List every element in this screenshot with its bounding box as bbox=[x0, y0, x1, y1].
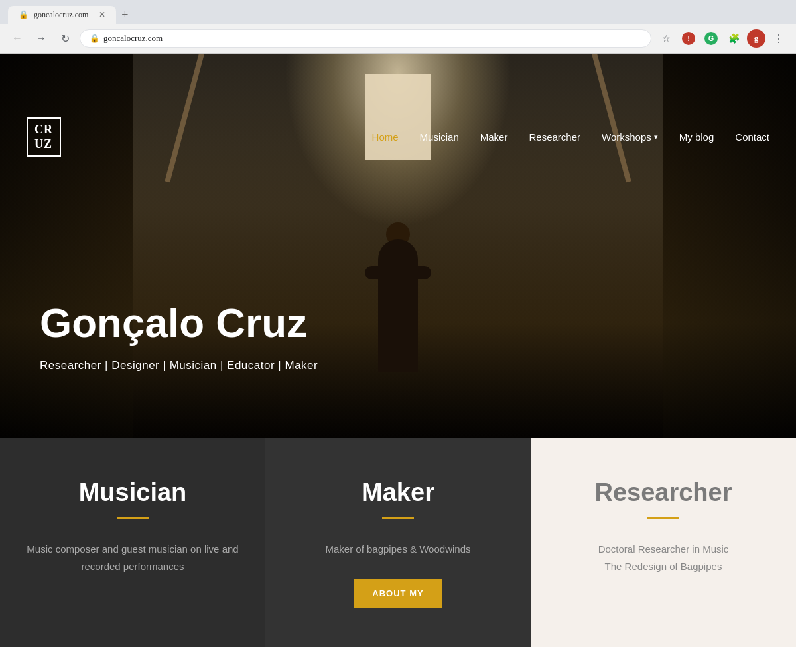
reload-button[interactable]: ↻ bbox=[56, 29, 74, 48]
musician-card: Musician Music composer and guest musici… bbox=[0, 438, 265, 647]
logo-line1: CR bbox=[34, 123, 53, 137]
nav-home[interactable]: Home bbox=[372, 131, 399, 143]
maker-card: Maker Maker of bagpipes & Woodwinds ABOU… bbox=[265, 438, 531, 647]
maker-about-button[interactable]: ABOUT MY bbox=[354, 579, 442, 608]
nav-my-blog[interactable]: My blog bbox=[679, 131, 714, 143]
musician-card-text: Music composer and guest musician on liv… bbox=[27, 541, 239, 574]
browser-chrome: 🔒 goncalocruz.com ✕ + ← → ↻ 🔒 goncalocru… bbox=[0, 0, 796, 54]
researcher-card: Researcher Doctoral Researcher in MusicT… bbox=[531, 438, 796, 647]
menu-button[interactable]: ⋮ bbox=[769, 29, 788, 48]
extension-green-button[interactable]: G bbox=[702, 29, 720, 48]
workshops-chevron-icon: ▾ bbox=[654, 133, 658, 141]
new-tab-btn[interactable]: + bbox=[121, 8, 128, 22]
figure-body bbox=[378, 239, 418, 372]
hero-subtitle: Researcher | Designer | Musician | Educa… bbox=[40, 359, 318, 372]
hero-title: Gonçalo Cruz bbox=[40, 301, 318, 346]
logo-line2: UZ bbox=[34, 137, 53, 152]
address-bar[interactable]: 🔒 goncalocruz.com bbox=[80, 29, 651, 48]
hero-content: Gonçalo Cruz Researcher | Designer | Mus… bbox=[40, 301, 318, 372]
tab-close-icon[interactable]: ✕ bbox=[99, 10, 105, 20]
nav-researcher[interactable]: Researcher bbox=[529, 131, 580, 143]
back-button[interactable]: ← bbox=[8, 29, 27, 48]
musician-divider bbox=[117, 517, 149, 519]
lock-icon: 🔒 bbox=[90, 34, 100, 44]
site-nav: Home Musician Maker Researcher Workshops… bbox=[372, 131, 769, 143]
musician-card-title: Musician bbox=[79, 478, 187, 507]
nav-contact[interactable]: Contact bbox=[735, 131, 769, 143]
maker-card-title: Maker bbox=[362, 478, 434, 507]
nav-workshops-label: Workshops bbox=[602, 131, 651, 143]
active-tab[interactable]: 🔒 goncalocruz.com ✕ bbox=[8, 6, 116, 24]
nav-maker[interactable]: Maker bbox=[480, 131, 508, 143]
maker-divider bbox=[382, 517, 414, 519]
nav-musician[interactable]: Musician bbox=[420, 131, 459, 143]
nav-workshops[interactable]: Workshops ▾ bbox=[602, 131, 658, 143]
site-logo[interactable]: CR UZ bbox=[27, 117, 61, 157]
hero-figure bbox=[358, 186, 438, 372]
tab-title: goncalocruz.com bbox=[34, 10, 88, 20]
profile-button[interactable]: g bbox=[747, 29, 765, 48]
toolbar-actions: ☆ ! G 🧩 g ⋮ bbox=[657, 29, 788, 48]
researcher-card-text: Doctoral Researcher in MusicThe Redesign… bbox=[598, 541, 729, 574]
site-header: CR UZ Home Musician Maker Researcher Wor… bbox=[0, 107, 796, 167]
maker-card-text: Maker of bagpipes & Woodwinds bbox=[325, 541, 470, 558]
tab-bar: 🔒 goncalocruz.com ✕ + bbox=[0, 0, 796, 24]
url-text: goncalocruz.com bbox=[103, 33, 163, 44]
researcher-card-title: Researcher bbox=[594, 478, 732, 507]
tab-favicon: 🔒 bbox=[19, 10, 29, 20]
extensions-button[interactable]: 🧩 bbox=[724, 29, 743, 48]
cards-section: Musician Music composer and guest musici… bbox=[0, 438, 796, 647]
researcher-divider bbox=[647, 517, 679, 519]
website-container: CR UZ Home Musician Maker Researcher Wor… bbox=[0, 54, 796, 647]
bookmark-button[interactable]: ☆ bbox=[657, 29, 675, 48]
toolbar: ← → ↻ 🔒 goncalocruz.com ☆ ! G 🧩 g ⋮ bbox=[0, 24, 796, 53]
hero-section: CR UZ Home Musician Maker Researcher Wor… bbox=[0, 54, 796, 438]
extension-red-button[interactable]: ! bbox=[679, 29, 698, 48]
forward-button[interactable]: → bbox=[32, 29, 50, 48]
